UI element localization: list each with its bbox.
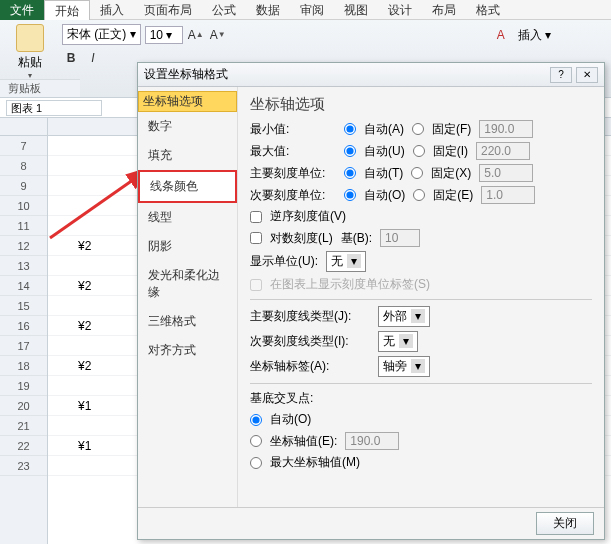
tab-formula[interactable]: 公式 — [202, 0, 246, 20]
name-box[interactable]: 图表 1 — [6, 100, 102, 116]
max-value-input[interactable] — [476, 142, 530, 160]
paste-label: 粘贴 — [18, 54, 42, 71]
major-unit-label: 主要刻度单位: — [250, 165, 336, 182]
dialog-nav: 坐标轴选项 数字 填充 线条颜色 线型 阴影 发光和柔化边缘 三维格式 对齐方式 — [138, 87, 238, 507]
nav-line-color[interactable]: 线条颜色 — [138, 170, 237, 203]
nav-number[interactable]: 数字 — [138, 112, 237, 141]
row-header[interactable]: 19 — [0, 376, 47, 396]
tab-file[interactable]: 文件 — [0, 0, 44, 20]
cross-value-radio[interactable] — [250, 435, 262, 447]
max-label: 最大值: — [250, 143, 336, 160]
italic-button[interactable]: I — [84, 49, 102, 67]
font-size-select[interactable]: 10 ▾ — [145, 26, 183, 44]
min-auto-radio[interactable] — [344, 123, 356, 135]
row-header[interactable]: 20 — [0, 396, 47, 416]
row-header[interactable]: 17 — [0, 336, 47, 356]
nav-3d[interactable]: 三维格式 — [138, 307, 237, 336]
nav-line-style[interactable]: 线型 — [138, 203, 237, 232]
row-header[interactable]: 10 — [0, 196, 47, 216]
format-axis-dialog: 设置坐标轴格式 ? ✕ 坐标轴选项 数字 填充 线条颜色 线型 阴影 发光和柔化… — [137, 62, 605, 540]
cross-value-input[interactable] — [345, 432, 399, 450]
tab-data[interactable]: 数据 — [246, 0, 290, 20]
bold-button[interactable]: B — [62, 49, 80, 67]
minor-auto-radio[interactable] — [344, 189, 356, 201]
font-color-icon[interactable]: A — [492, 26, 510, 44]
close-button[interactable]: 关闭 — [536, 512, 594, 535]
show-unit-label-checkbox — [250, 279, 262, 291]
cross-auto-radio[interactable] — [250, 414, 262, 426]
row-header[interactable]: 8 — [0, 156, 47, 176]
tab-format[interactable]: 格式 — [466, 0, 510, 20]
shrink-font-icon[interactable]: A▼ — [209, 26, 227, 44]
tab-design[interactable]: 设计 — [378, 0, 422, 20]
dialog-content: 坐标轴选项 最小值: 自动(A) 固定(F) 最大值: 自动(U) 固定(I) … — [238, 87, 604, 507]
nav-axis-options[interactable]: 坐标轴选项 — [138, 91, 237, 112]
tab-chart-layout[interactable]: 布局 — [422, 0, 466, 20]
tab-review[interactable]: 审阅 — [290, 0, 334, 20]
row-header[interactable]: 22 — [0, 436, 47, 456]
major-auto-radio[interactable] — [344, 167, 356, 179]
display-unit-select[interactable]: 无▾ — [326, 251, 366, 272]
max-auto-radio[interactable] — [344, 145, 356, 157]
major-tick-select[interactable]: 外部▾ — [378, 306, 430, 327]
row-headers: 7891011121314151617181920212223 — [0, 136, 48, 544]
tab-view[interactable]: 视图 — [334, 0, 378, 20]
min-fixed-radio[interactable] — [412, 123, 424, 135]
paste-button[interactable]: 粘贴 ▾ — [6, 24, 54, 80]
crosses-label: 基底交叉点: — [250, 390, 592, 407]
nav-glow[interactable]: 发光和柔化边缘 — [138, 261, 237, 307]
minor-tick-select[interactable]: 无▾ — [378, 331, 418, 352]
nav-shadow[interactable]: 阴影 — [138, 232, 237, 261]
row-header[interactable]: 12 — [0, 236, 47, 256]
axis-label-select[interactable]: 轴旁▾ — [378, 356, 430, 377]
row-header[interactable]: 11 — [0, 216, 47, 236]
tab-page-layout[interactable]: 页面布局 — [134, 0, 202, 20]
minor-fixed-radio[interactable] — [413, 189, 425, 201]
row-header[interactable]: 23 — [0, 456, 47, 476]
grow-font-icon[interactable]: A▲ — [187, 26, 205, 44]
cross-max-radio[interactable] — [250, 457, 262, 469]
row-header[interactable]: 16 — [0, 316, 47, 336]
tab-insert[interactable]: 插入 — [90, 0, 134, 20]
clipboard-group-label: 剪贴板 — [0, 79, 80, 97]
row-header[interactable]: 9 — [0, 176, 47, 196]
min-label: 最小值: — [250, 121, 336, 138]
tab-home[interactable]: 开始 — [44, 0, 90, 20]
row-header[interactable]: 15 — [0, 296, 47, 316]
close-icon[interactable]: ✕ — [576, 67, 598, 83]
dialog-title: 设置坐标轴格式 — [144, 66, 228, 83]
dialog-titlebar[interactable]: 设置坐标轴格式 ? ✕ — [138, 63, 604, 87]
clipboard-icon — [16, 24, 44, 52]
row-header[interactable]: 7 — [0, 136, 47, 156]
row-header[interactable]: 13 — [0, 256, 47, 276]
max-fixed-radio[interactable] — [413, 145, 425, 157]
log-base-input[interactable] — [380, 229, 420, 247]
major-fixed-radio[interactable] — [411, 167, 423, 179]
row-header[interactable]: 14 — [0, 276, 47, 296]
select-all-corner[interactable] — [0, 118, 48, 136]
nav-fill[interactable]: 填充 — [138, 141, 237, 170]
content-heading: 坐标轴选项 — [250, 95, 592, 114]
menu-tabs: 文件 开始 插入 页面布局 公式 数据 审阅 视图 设计 布局 格式 — [0, 0, 611, 20]
help-icon[interactable]: ? — [550, 67, 572, 83]
minor-value-input[interactable] — [481, 186, 535, 204]
insert-menu[interactable]: 插入 ▾ — [518, 27, 551, 44]
nav-alignment[interactable]: 对齐方式 — [138, 336, 237, 365]
reverse-checkbox[interactable] — [250, 211, 262, 223]
minor-unit-label: 次要刻度单位: — [250, 187, 336, 204]
log-checkbox[interactable] — [250, 232, 262, 244]
major-value-input[interactable] — [479, 164, 533, 182]
row-header[interactable]: 18 — [0, 356, 47, 376]
font-name-select[interactable]: 宋体 (正文) ▾ — [62, 24, 141, 45]
min-value-input[interactable] — [479, 120, 533, 138]
row-header[interactable]: 21 — [0, 416, 47, 436]
